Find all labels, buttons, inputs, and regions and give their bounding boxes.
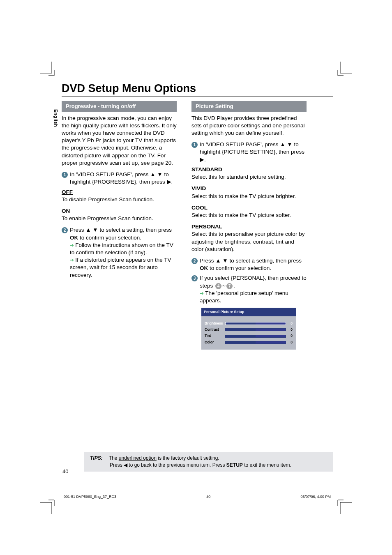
step-ref-icon: 7 bbox=[226, 283, 233, 289]
tips-label: TIPS: bbox=[90, 455, 103, 461]
step-badge-icon: 2 bbox=[62, 227, 68, 233]
step-text: In 'VIDEO SETUP PAGE', press ▲ ▼ to high… bbox=[200, 141, 307, 164]
page-title: DVD Setup Menu Options bbox=[62, 82, 333, 97]
osd-row-contrast: Contrast 0 bbox=[205, 327, 293, 332]
slider-icon bbox=[225, 335, 286, 338]
step-badge-icon: 2 bbox=[191, 258, 198, 264]
crop-mark-icon bbox=[40, 62, 57, 78]
crop-mark-icon bbox=[335, 497, 352, 514]
option-on-heading: ON bbox=[62, 207, 177, 215]
option-cool-body: Select this to make the TV picture softe… bbox=[191, 212, 307, 219]
osd-panel: Personal Picture Setup Brightness 0 Cont… bbox=[201, 308, 296, 350]
step-2: 2 Press ▲ ▼ to select a setting, then pr… bbox=[62, 226, 177, 279]
tips-box: TIPS: The underlined option is the facto… bbox=[84, 452, 333, 472]
option-standard-heading: STANDARD bbox=[191, 166, 307, 173]
option-vivid-heading: VIVID bbox=[191, 185, 307, 192]
step-text: Press ▲ ▼ to select a setting, then pres… bbox=[70, 226, 177, 279]
right-column: Picture Setting This DVD Player provides… bbox=[191, 101, 307, 350]
arrow-icon: ➜ bbox=[200, 290, 205, 296]
step-text: Press ▲ ▼ to select a setting, then pres… bbox=[200, 257, 307, 272]
step-text: If you select {PERSONAL}, then proceed t… bbox=[200, 274, 307, 304]
step-text: In 'VIDEO SETUP PAGE', press ▲ ▼ to high… bbox=[70, 171, 177, 186]
option-personal-body: Select this to personalise your picture … bbox=[191, 230, 307, 253]
step-3: 3 If you select {PERSONAL}, then proceed… bbox=[191, 274, 307, 304]
crop-mark-icon bbox=[40, 497, 57, 514]
slider-icon bbox=[225, 341, 286, 344]
slider-icon bbox=[225, 322, 286, 325]
footer-timestamp: 05/07/06, 4:00 PM bbox=[300, 495, 331, 499]
section-heading-picture: Picture Setting bbox=[191, 101, 307, 112]
osd-title: Personal Picture Setup bbox=[201, 308, 296, 316]
step-1: 1 In 'VIDEO SETUP PAGE', press ▲ ▼ to hi… bbox=[191, 141, 307, 164]
step-1: 1 In 'VIDEO SETUP PAGE', press ▲ ▼ to hi… bbox=[62, 171, 177, 186]
step-badge-icon: 1 bbox=[191, 142, 198, 148]
page-number: 40 bbox=[62, 468, 68, 474]
footer-filename: 001-51 DVP5960_Eng_37_RC3 bbox=[64, 495, 116, 499]
slider-icon bbox=[225, 328, 286, 331]
language-tab: English bbox=[53, 109, 58, 127]
step-badge-icon: 3 bbox=[191, 275, 198, 281]
step-ref-icon: 4 bbox=[215, 283, 221, 289]
option-on-body: To enable Progressive Scan function. bbox=[62, 215, 177, 222]
footer: 001-51 DVP5960_Eng_37_RC3 40 05/07/06, 4… bbox=[64, 495, 331, 499]
arrow-icon: ➜ bbox=[70, 242, 75, 248]
option-standard-body: Select this for standard picture setting… bbox=[191, 173, 307, 181]
body-text: This DVD Player provides three predefine… bbox=[191, 115, 307, 137]
step-badge-icon: 1 bbox=[62, 172, 68, 178]
option-off-heading: OFF bbox=[62, 189, 177, 196]
option-off-body: To disable Progressive Scan function. bbox=[62, 196, 177, 203]
left-column: Progressive - turning on/off In the prog… bbox=[62, 101, 177, 350]
step-2: 2 Press ▲ ▼ to select a setting, then pr… bbox=[191, 257, 307, 272]
option-vivid-body: Select this to make the TV picture brigh… bbox=[191, 193, 307, 200]
body-text: In the progressive scan mode, you can en… bbox=[62, 115, 177, 167]
section-heading-progressive: Progressive - turning on/off bbox=[62, 101, 177, 112]
option-cool-heading: COOL bbox=[191, 204, 307, 212]
osd-row-tint: Tint 0 bbox=[205, 334, 293, 338]
arrow-icon: ➜ bbox=[70, 257, 75, 263]
osd-row-color: Color 0 bbox=[205, 340, 293, 345]
footer-page: 40 bbox=[206, 495, 210, 499]
option-personal-heading: PERSONAL bbox=[191, 223, 307, 230]
crop-mark-icon bbox=[335, 62, 352, 78]
osd-row-brightness: Brightness 0 bbox=[205, 321, 293, 326]
